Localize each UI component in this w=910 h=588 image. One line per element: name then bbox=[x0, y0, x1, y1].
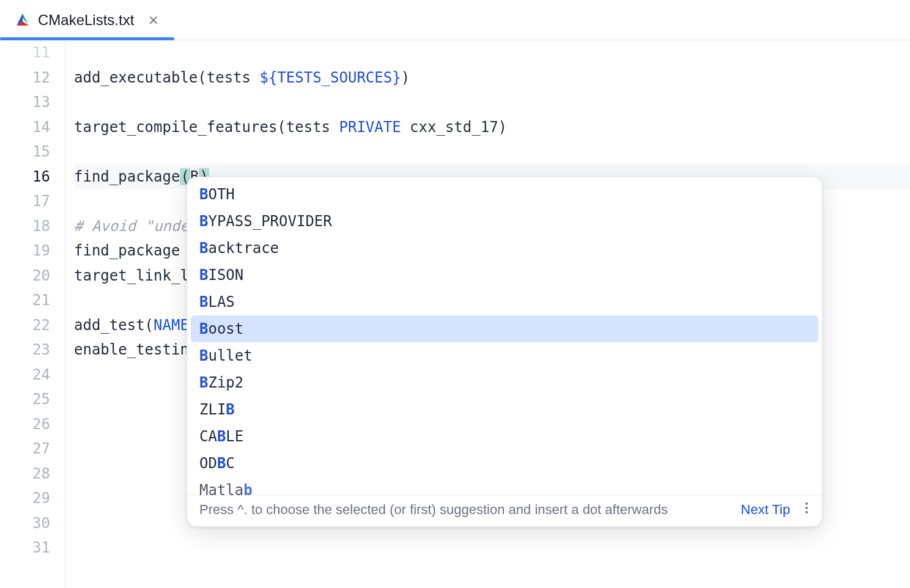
autocomplete-item[interactable]: BOTH bbox=[191, 181, 818, 208]
code-line bbox=[74, 40, 910, 65]
autocomplete-item[interactable]: Matlab bbox=[191, 477, 818, 495]
autocomplete-item[interactable]: BLAS bbox=[191, 288, 818, 315]
line-number: 11 bbox=[0, 40, 50, 65]
autocomplete-list[interactable]: BOTHBYPASS_PROVIDERBacktraceBISONBLASBoo… bbox=[187, 177, 822, 495]
autocomplete-item[interactable]: BZip2 bbox=[191, 369, 818, 396]
line-number: 24 bbox=[0, 362, 50, 388]
line-number: 18 bbox=[0, 214, 50, 239]
autocomplete-tip: Press ^. to choose the selected (or firs… bbox=[199, 502, 730, 518]
autocomplete-item[interactable]: BISON bbox=[191, 262, 818, 288]
autocomplete-footer: Press ^. to choose the selected (or firs… bbox=[187, 495, 822, 526]
svg-point-0 bbox=[805, 502, 808, 505]
line-number: 20 bbox=[0, 263, 50, 288]
line-number: 23 bbox=[0, 337, 50, 362]
more-icon[interactable] bbox=[801, 502, 812, 518]
line-number: 19 bbox=[0, 238, 50, 263]
line-number: 28 bbox=[0, 461, 50, 487]
line-number: 16 bbox=[0, 164, 50, 189]
line-number: 31 bbox=[0, 535, 50, 560]
svg-point-1 bbox=[805, 507, 808, 509]
code-line bbox=[74, 139, 910, 164]
code-line bbox=[74, 90, 910, 115]
line-number: 21 bbox=[0, 288, 50, 313]
svg-point-2 bbox=[805, 511, 808, 513]
line-number: 14 bbox=[0, 115, 50, 140]
line-number: 12 bbox=[0, 65, 50, 90]
code-line: add_executable(tests ${TESTS_SOURCES}) bbox=[74, 65, 910, 90]
next-tip-button[interactable]: Next Tip bbox=[741, 502, 790, 518]
autocomplete-item[interactable]: BYPASS_PROVIDER bbox=[191, 208, 818, 235]
autocomplete-item[interactable]: ZLIB bbox=[191, 396, 818, 423]
autocomplete-item[interactable]: ODBC bbox=[191, 450, 818, 477]
line-number: 15 bbox=[0, 139, 50, 164]
close-icon[interactable] bbox=[147, 14, 160, 26]
autocomplete-item[interactable]: Backtrace bbox=[191, 235, 818, 262]
tab-bar: CMakeLists.txt bbox=[0, 0, 910, 40]
tab-title: CMakeLists.txt bbox=[38, 12, 134, 29]
line-number: 29 bbox=[0, 486, 50, 511]
code-line: target_compile_features(tests PRIVATE cx… bbox=[74, 115, 910, 140]
autocomplete-popup: BOTHBYPASS_PROVIDERBacktraceBISONBLASBoo… bbox=[187, 177, 823, 527]
autocomplete-item[interactable]: Bullet bbox=[191, 342, 818, 369]
tab-cmakelists[interactable]: CMakeLists.txt bbox=[4, 0, 171, 40]
autocomplete-item[interactable]: CABLE bbox=[191, 423, 818, 450]
line-number: 30 bbox=[0, 511, 50, 536]
autocomplete-item[interactable]: Boost bbox=[191, 315, 818, 342]
line-number: 17 bbox=[0, 189, 50, 214]
line-number-gutter: 1112131415161718192021222324252627282930… bbox=[0, 40, 65, 588]
cmake-file-icon bbox=[15, 12, 31, 28]
line-number: 22 bbox=[0, 313, 50, 338]
line-number: 25 bbox=[0, 387, 50, 412]
line-number: 26 bbox=[0, 412, 50, 437]
line-number: 13 bbox=[0, 90, 50, 115]
line-number: 27 bbox=[0, 436, 50, 461]
code-line bbox=[74, 535, 910, 560]
